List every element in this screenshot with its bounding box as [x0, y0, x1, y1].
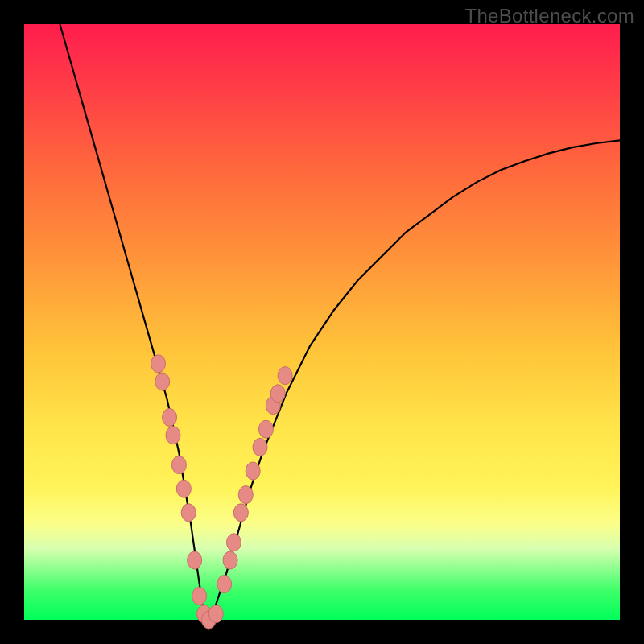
data-marker — [188, 551, 202, 569]
data-marker — [163, 408, 177, 426]
data-marker — [208, 605, 223, 623]
data-marker — [176, 480, 191, 497]
markers-group — [151, 355, 293, 629]
data-marker — [238, 486, 253, 504]
chart-container: TheBottleneck.com — [0, 0, 644, 644]
plot-area — [24, 24, 620, 620]
data-marker — [258, 420, 273, 438]
data-marker — [171, 456, 186, 474]
data-marker — [192, 587, 207, 605]
data-marker — [217, 576, 232, 593]
data-marker — [253, 438, 267, 456]
data-marker — [155, 373, 170, 390]
watermark-text: TheBottleneck.com — [464, 5, 634, 27]
data-marker — [226, 534, 241, 551]
data-marker — [233, 504, 248, 522]
data-marker — [151, 355, 166, 373]
data-marker — [223, 551, 237, 569]
data-marker — [181, 504, 196, 522]
data-marker — [278, 367, 292, 385]
curve-path — [60, 24, 620, 620]
data-marker — [246, 462, 260, 480]
chart-svg — [24, 24, 620, 620]
data-marker — [270, 385, 285, 402]
data-marker — [166, 427, 180, 444]
